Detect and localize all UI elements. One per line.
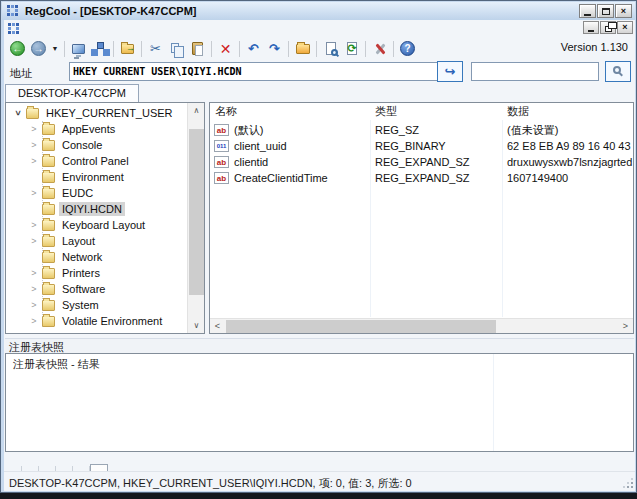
quick-search-input[interactable] [471,62,599,81]
connect-network-button[interactable] [89,39,110,59]
tree-item[interactable]: > System [6,297,187,313]
back-button[interactable]: ← [7,39,28,59]
mdi-restore-button[interactable] [600,21,616,34]
tree-scrollbar-thumb[interactable] [189,129,204,295]
tree-chevron-icon[interactable]: > [28,156,40,166]
session-tab[interactable]: DESKTOP-K47CCPM [5,84,139,102]
refresh-button[interactable]: ⟳ [341,39,362,59]
forward-icon: → [31,41,46,56]
tree-item[interactable]: > EUDC [6,185,187,201]
tree-chevron-icon[interactable]: > [28,220,40,230]
menu-item[interactable] [90,27,104,31]
tree-item[interactable]: > IQIYI.HCDN [6,201,187,217]
folder-icon [42,220,55,231]
list-hscrollbar[interactable]: < > [210,318,633,333]
menu-item[interactable] [20,27,34,31]
value-row[interactable]: 011client_uuid REG_BINARY 62 E8 EB A9 89… [210,138,633,154]
delete-button[interactable]: ✕ [215,39,236,59]
search-button[interactable] [605,61,631,82]
menu-item[interactable] [34,27,48,31]
tree-item[interactable]: > Control Panel [6,153,187,169]
redo-button[interactable]: ↷ [264,39,285,59]
value-name: client_uuid [234,140,287,152]
paste-button[interactable] [187,39,208,59]
address-input[interactable] [69,62,441,81]
tree-chevron-icon[interactable]: > [13,107,23,119]
column-header-name[interactable]: 名称 [210,104,370,119]
scroll-up-icon[interactable]: ∧ [188,103,205,118]
value-type-icon: ab [214,172,229,184]
tree-chevron-icon[interactable]: > [28,300,40,310]
help-button[interactable]: ? [397,39,418,59]
column-header-type[interactable]: 类型 [370,104,502,119]
tree-item[interactable]: > Keyboard Layout [6,217,187,233]
settings-button[interactable] [369,39,390,59]
mdi-minimize-button[interactable] [583,21,599,34]
list-hscrollbar-thumb[interactable] [226,320,496,333]
value-type: REG_BINARY [370,140,502,152]
history-dropdown-button[interactable]: ▼ [49,39,61,59]
menu-item[interactable] [62,27,76,31]
menu-item[interactable] [76,27,90,31]
tree-chevron-icon[interactable]: > [28,188,40,198]
tree-chevron-icon[interactable]: > [28,236,40,246]
address-label: 地址 [10,66,32,81]
folder-icon [42,172,55,183]
folder-icon [42,188,55,199]
tree-item[interactable]: > HKEY_CURRENT_USER [6,105,187,121]
help-icon: ? [400,41,415,56]
snapshot-result-header[interactable]: 注册表快照 - 结果 [6,354,633,371]
toolbar-separator [365,41,366,57]
connect-computer-button[interactable] [68,39,89,59]
forward-button[interactable]: → [28,39,49,59]
tree-chevron-icon[interactable]: > [28,140,40,150]
tree-item[interactable]: > Environment [6,169,187,185]
find-button[interactable] [320,39,341,59]
tree-item[interactable]: > Network [6,249,187,265]
resize-grip[interactable] [623,478,633,488]
value-data: 1607149400 [502,172,633,184]
cut-button[interactable]: ✂ [145,39,166,59]
tree-item[interactable]: > Volatile Environment [6,313,187,329]
mdi-close-button[interactable]: × [617,21,633,34]
copy-button[interactable] [166,39,187,59]
cut-icon: ✂ [150,41,161,56]
value-row[interactable]: abCreateClientidTime REG_EXPAND_SZ 16071… [210,170,633,186]
scroll-right-icon[interactable]: > [618,319,633,334]
maximize-button[interactable] [597,4,614,18]
favorites-button[interactable] [292,39,313,59]
tree-item[interactable]: > Printers [6,265,187,281]
regcool-logo-icon [7,5,19,17]
tree-chevron-icon[interactable]: > [28,124,40,134]
scroll-left-icon[interactable]: < [210,319,225,334]
search-icon [613,66,621,74]
computer-icon [72,44,85,54]
folder-icon [42,236,55,247]
value-row[interactable]: ab(默认) REG_SZ (值未设置) [210,122,633,138]
import-button[interactable]: → [117,39,138,59]
tree-chevron-icon[interactable]: > [28,268,40,278]
back-icon: ← [10,41,25,56]
tree-chevron-icon[interactable]: > [28,284,40,294]
undo-button[interactable]: ↶ [243,39,264,59]
go-button[interactable]: ↪ [437,61,463,82]
toolbar: ← → ▼ → ✂ ✕ ↶ ↷ ⟳ [4,37,635,60]
menu-item[interactable] [48,27,62,31]
tree-item[interactable]: > Software [6,281,187,297]
close-button[interactable]: × [615,4,632,18]
minimize-button[interactable] [579,4,596,18]
bottom-tab[interactable] [90,464,108,471]
tree-item[interactable]: > Layout [6,233,187,249]
favorites-folder-icon [296,44,310,54]
tree-chevron-icon[interactable]: > [28,316,40,326]
tree-scrollbar[interactable]: ∧ ∨ [187,103,204,333]
undo-icon: ↶ [248,41,259,56]
toolbar-separator [288,41,289,57]
tree-item[interactable]: > Console [6,137,187,153]
scroll-down-icon[interactable]: ∨ [188,318,205,333]
value-row[interactable]: abclientid REG_EXPAND_SZ druxuwysxwb7lsn… [210,154,633,170]
tree-item[interactable]: > AppEvents [6,121,187,137]
app-window: RegCool - [DESKTOP-K47CCPM] × × [0,0,637,493]
folder-icon [42,300,55,311]
column-header-data[interactable]: 数据 [502,104,633,119]
